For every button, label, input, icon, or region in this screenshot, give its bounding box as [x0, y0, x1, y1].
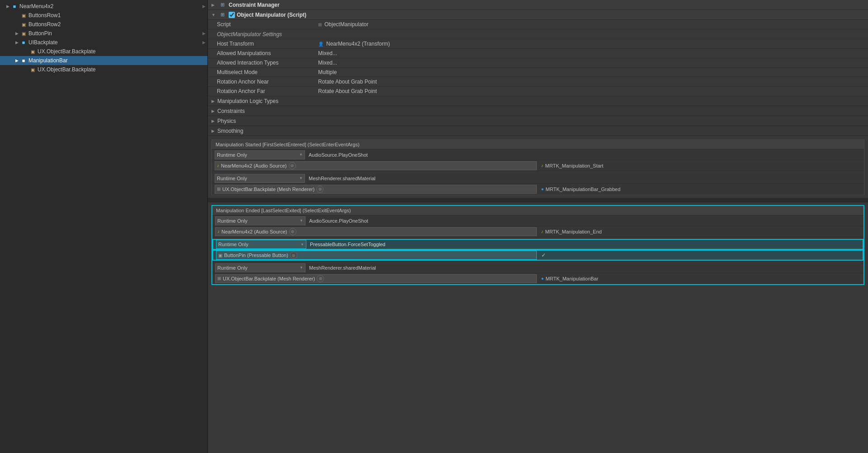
cube-icon-manipulationbar: ■	[20, 57, 27, 64]
dropdown-arrow-2: ▼	[299, 176, 303, 180]
settings-label-text: ObjectManipulator Settings	[217, 31, 282, 37]
hierarchy-panel[interactable]: ■ NearMenu4x2 ▶ ▣ ButtonsRow1 ▣ ButtonsR…	[0, 0, 208, 453]
manipulation-ended-obj-1[interactable]: ♪ NearMenu4x2 (Audio Source) ◎	[215, 227, 537, 236]
prop-host-transform: Host Transform 👤 NearMenu4x2 (Transform)	[208, 39, 868, 49]
transform-icon: 👤	[318, 42, 324, 47]
cube-icon-nearmenu4x2: ■	[11, 3, 18, 10]
prop-rotation-anchor-near: Rotation Anchor Near Rotate About Grab P…	[208, 77, 868, 87]
mesh-icon-ux-backplate-2: ▣	[29, 66, 36, 73]
object-manipulator-checkbox[interactable]	[229, 12, 235, 18]
tree-arrow-manipulationbar[interactable]	[14, 57, 20, 64]
manipulation-ended-funcval-3: ● MRTK_ManipulationBar	[539, 276, 861, 281]
prop-value-host-transform: 👤 NearMenu4x2 (Transform)	[316, 39, 864, 48]
manipulation-started-func-2: MeshRenderer.sharedMaterial	[307, 176, 861, 181]
tree-label-buttonsrow2: ButtonsRow2	[28, 21, 207, 28]
inspector-panel: ⊞ Constraint Manager ⊞ Object Manipulato…	[208, 0, 868, 453]
manipulation-ended-dropdown-1[interactable]: Runtime Only ▼	[215, 216, 305, 225]
manipulation-ended-row-2: Runtime Only ▼ PressableButton.ForceSetT…	[212, 239, 863, 250]
group-label-manipulation-logic-types: Manipulation Logic Types	[217, 98, 278, 104]
group-arrow-smoothing	[211, 129, 215, 133]
group-physics[interactable]: Physics	[208, 116, 868, 126]
script-label: Script	[217, 20, 316, 29]
manipulation-ended-obj-3[interactable]: ⊞ UX.ObjectBar.Backplate (Mesh Renderer)…	[215, 274, 537, 283]
tree-item-buttonpin[interactable]: ▣ ButtonPin ▶	[0, 29, 207, 38]
prop-value-rotation-anchor-near: Rotate About Grab Point	[316, 77, 864, 86]
settings-label-row: ObjectManipulator Settings	[208, 29, 868, 39]
mesh-icon-buttonsrow1: ▣	[20, 12, 27, 19]
manipulation-ended-func-2: PressableButton.ForceSetToggled	[308, 242, 860, 247]
manipulation-started-dropdown-1[interactable]: Runtime Only ▼	[215, 150, 305, 159]
tree-item-manipulationbar[interactable]: ■ ManipulationBar	[0, 56, 207, 65]
circle-blue-icon-2: ●	[541, 276, 544, 281]
tree-label-ux-backplate-2: UX.ObjectBar.Backplate	[38, 66, 207, 73]
tree-item-buttonsrow2[interactable]: ▣ ButtonsRow2	[0, 20, 207, 29]
manipulation-ended-row-1: Runtime Only ▼ AudioSource.PlayOneShot	[212, 215, 863, 226]
group-label-smoothing: Smoothing	[217, 128, 243, 134]
prop-value-multiselect-mode: Multiple	[316, 68, 864, 77]
object-manipulator-header[interactable]: ⊞ Object Manipulator (Script)	[208, 10, 868, 20]
object-manipulator-icon: ⊞	[219, 11, 226, 19]
tree-label-buttonpin: ButtonPin	[28, 30, 199, 37]
constraint-manager-title: Constraint Manager	[229, 2, 280, 8]
manipulation-ended-obj-row-2: ▣ ButtonPin (Pressable Button) ◎ ✓	[212, 250, 863, 261]
tree-label-nearmenu4x2: NearMenu4x2	[19, 3, 199, 9]
script-value: ⊞ ObjectManipulator	[316, 20, 864, 29]
tree-item-ux-backplate-2[interactable]: ▣ UX.ObjectBar.Backplate	[0, 65, 207, 74]
tree-arrow-buttonpin[interactable]	[14, 30, 20, 37]
tree-label-uibackplate: UIBackplate	[28, 39, 199, 46]
prop-allowed-manipulations: Allowed Manipulations Mixed...	[208, 49, 868, 58]
group-constraints[interactable]: Constraints	[208, 106, 868, 116]
circle-blue-icon-1: ●	[541, 187, 544, 191]
constraint-manager-header[interactable]: ⊞ Constraint Manager	[208, 0, 868, 10]
constraint-manager-arrow	[211, 3, 217, 7]
music-icon-1: ♪	[541, 163, 544, 168]
group-manipulation-logic-types[interactable]: Manipulation Logic Types	[208, 96, 868, 106]
group-label-constraints: Constraints	[217, 108, 245, 114]
manipulation-started-obj-1[interactable]: ♪ NearMenu4x2 (Audio Source) ◎	[215, 161, 537, 170]
tree-label-manipulationbar: ManipulationBar	[28, 57, 207, 64]
manipulation-started-dropdown-2[interactable]: Runtime Only ▼	[215, 174, 305, 183]
manipulation-started-obj-row-2: ⊞ UX.ObjectBar.Backplate (Mesh Renderer)…	[212, 184, 864, 195]
prop-multiselect-mode: Multiselect Mode Multiple	[208, 68, 868, 77]
manipulation-ended-dropdown-2[interactable]: Runtime Only ▼	[216, 240, 306, 249]
tree-item-buttonsrow1[interactable]: ▣ ButtonsRow1	[0, 11, 207, 20]
group-smoothing[interactable]: Smoothing	[208, 126, 868, 136]
mesh-icon-buttonpin: ▣	[20, 30, 27, 37]
obj-picker-btn-5[interactable]: ◎	[317, 275, 324, 282]
obj-picker-btn-2[interactable]: ◎	[316, 186, 324, 193]
expand-arrow-nearmenu4x2: ▶	[199, 4, 206, 9]
manipulation-ended-func-1: AudioSource.PlayOneShot	[307, 218, 861, 224]
audio-icon-1: ♪	[217, 163, 219, 168]
prop-allowed-interaction-types: Allowed Interaction Types Mixed...	[208, 58, 868, 68]
dropdown-arrow-5: ▼	[300, 266, 303, 270]
manipulation-started-funcval-1: ♪ MRTK_Manipulation_Start	[539, 163, 862, 168]
script-row: Script ⊞ ObjectManipulator	[208, 20, 868, 29]
manipulation-started-header: Manipulation Started [FirstSelectEntered…	[212, 140, 864, 149]
manipulation-started-obj-2[interactable]: ⊞ UX.ObjectBar.Backplate (Mesh Renderer)…	[215, 185, 537, 194]
prop-label-allowed-manipulations: Allowed Manipulations	[217, 49, 316, 58]
manipulation-ended-obj-row-3: ⊞ UX.ObjectBar.Backplate (Mesh Renderer)…	[212, 273, 863, 284]
manipulation-ended-dropdown-3[interactable]: Runtime Only ▼	[215, 263, 305, 272]
tree-arrow-nearmenu4x2[interactable]	[5, 3, 11, 9]
pressable-icon: ▣	[218, 253, 222, 258]
audio-icon-2: ♪	[217, 229, 220, 234]
cube-icon-uibackplate: ■	[20, 39, 27, 46]
mesh-icon-buttonsrow2: ▣	[20, 21, 27, 28]
tree-item-uibackplate[interactable]: ■ UIBackplate ▶	[0, 38, 207, 47]
manipulation-ended-funcval-1: ♪ MRTK_Manipulation_End	[539, 229, 861, 234]
script-value-icon: ⊞	[318, 22, 322, 27]
tree-arrow-uibackplate[interactable]	[14, 39, 20, 46]
group-arrow-physics	[211, 119, 215, 123]
tree-item-ux-backplate-1[interactable]: ▣ UX.ObjectBar.Backplate	[0, 47, 207, 56]
mesh-icon-ux-backplate-1: ▣	[29, 48, 36, 55]
prop-label-rotation-anchor-near: Rotation Anchor Near	[217, 77, 316, 86]
manipulation-ended-row-3: Runtime Only ▼ MeshRenderer.sharedMateri…	[212, 262, 863, 273]
checkmark-icon: ✓	[541, 252, 546, 258]
obj-picker-btn-3[interactable]: ◎	[289, 228, 296, 235]
manipulation-started-funcval-2: ● MRTK_ManipulationBar_Grabbed	[539, 187, 862, 192]
expand-arrow-buttonpin: ▶	[199, 31, 206, 36]
manipulation-ended-obj-2[interactable]: ▣ ButtonPin (Pressable Button) ◎	[216, 251, 537, 260]
tree-item-nearmenu4x2[interactable]: ■ NearMenu4x2 ▶	[0, 2, 207, 11]
obj-picker-btn-1[interactable]: ◎	[289, 162, 296, 169]
obj-picker-btn-4[interactable]: ◎	[290, 252, 297, 259]
